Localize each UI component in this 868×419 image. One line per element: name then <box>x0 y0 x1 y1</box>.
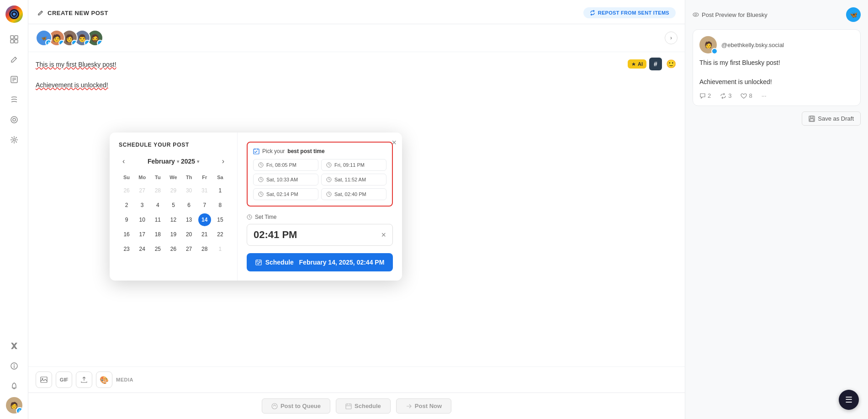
sidebar-item-twitter[interactable] <box>5 337 23 355</box>
svg-point-12 <box>13 139 15 141</box>
calendar-next-button[interactable]: › <box>218 155 228 167</box>
time-slot-3[interactable]: Sat, 11:52 AM <box>321 174 386 186</box>
schedule-label: Schedule <box>355 403 381 409</box>
cal-day-18[interactable]: 18 <box>151 228 164 241</box>
cal-day-19[interactable]: 19 <box>167 228 180 241</box>
repost-btn-label: REPOST FROM SENT ITEMS <box>598 10 669 16</box>
sidebar-item-posts[interactable] <box>5 70 23 89</box>
cal-day-28[interactable]: 28 <box>198 243 211 255</box>
sidebar-item-notifications[interactable] <box>5 377 23 395</box>
cal-day-10[interactable]: 10 <box>136 213 148 226</box>
cal-day-16[interactable]: 16 <box>120 228 133 241</box>
save-draft-button[interactable]: Save as Draft <box>802 111 861 126</box>
cal-day-2[interactable]: 2 <box>120 199 133 212</box>
notifications-icon <box>10 382 18 390</box>
time-slot-2[interactable]: Sat, 10:33 AM <box>253 174 318 186</box>
accounts-expand-button[interactable]: › <box>665 32 677 44</box>
user-avatar[interactable]: 🧑 4 <box>6 397 22 414</box>
modal-close-button[interactable]: × <box>392 138 397 148</box>
account-avatar-1[interactable]: 🦋 4 <box>36 30 52 46</box>
cal-day-30p[interactable]: 30 <box>183 184 196 197</box>
hashtag-button[interactable]: # <box>649 58 662 70</box>
cal-day-26[interactable]: 26 <box>167 243 180 255</box>
sidebar-item-preview[interactable] <box>5 111 23 129</box>
cal-day-21[interactable]: 21 <box>198 228 211 241</box>
cal-day-9[interactable]: 9 <box>120 213 133 226</box>
cal-day-6[interactable]: 6 <box>183 199 196 212</box>
calendar-year: 2025 <box>181 158 195 165</box>
cal-day-13[interactable]: 13 <box>183 213 196 226</box>
color-button[interactable]: 🎨 <box>96 371 112 388</box>
cal-day-23[interactable]: 23 <box>120 243 133 255</box>
cal-day-28p[interactable]: 28 <box>151 184 164 197</box>
calendar-prev-button[interactable]: ‹ <box>119 155 128 167</box>
cal-day-1n[interactable]: 1 <box>214 243 227 255</box>
calendar-month: February <box>148 158 175 165</box>
cal-day-20[interactable]: 20 <box>183 228 196 241</box>
bluesky-icon-button[interactable]: 🦋 <box>846 7 861 22</box>
emoji-button[interactable]: 🙂 <box>665 58 677 70</box>
preview-text-line2: Achievement is unlocked! <box>699 77 854 87</box>
app-logo[interactable] <box>5 5 23 23</box>
cal-day-3[interactable]: 3 <box>136 199 148 212</box>
cal-day-1[interactable]: 1 <box>214 184 227 197</box>
cal-day-7[interactable]: 7 <box>198 199 211 212</box>
save-draft-label: Save as Draft <box>818 115 854 122</box>
cal-day-27p[interactable]: 27 <box>136 184 148 197</box>
schedule-modal-title: SCHEDULE YOUR POST <box>119 142 228 148</box>
cal-day-31p[interactable]: 31 <box>198 184 211 197</box>
preview-reposts[interactable]: 3 <box>720 92 731 99</box>
cal-day-17[interactable]: 17 <box>136 228 148 241</box>
schedule-modal: SCHEDULE YOUR POST ‹ February ▾ 2025 ▾ ›… <box>110 133 402 281</box>
cal-day-15[interactable]: 15 <box>214 213 227 226</box>
cal-day-12[interactable]: 12 <box>167 213 180 226</box>
svg-point-1 <box>13 13 16 16</box>
svg-point-18 <box>42 378 43 380</box>
preview-title: Post Preview for Bluesky <box>693 11 767 18</box>
time-input-row[interactable]: 02:41 PM × <box>247 224 393 246</box>
cal-day-26p[interactable]: 26 <box>120 184 133 197</box>
preview-comments[interactable]: 2 <box>699 92 711 99</box>
sidebar-item-settings[interactable] <box>5 131 23 149</box>
post-to-queue-button[interactable]: Post to Queue <box>262 398 330 414</box>
time-slot-5[interactable]: Sat, 02:40 PM <box>321 188 386 200</box>
time-slot-0[interactable]: Fri, 08:05 PM <box>253 159 318 171</box>
ai-button[interactable]: AI <box>628 59 646 69</box>
cal-day-27[interactable]: 27 <box>183 243 196 255</box>
svg-point-19 <box>272 403 277 409</box>
cal-day-14-today[interactable]: 14 <box>198 213 211 226</box>
best-times-panel: Pick your best post time Fri, 08:05 PM <box>247 142 393 207</box>
cal-day-8[interactable]: 8 <box>214 199 227 212</box>
clock-icon-3 <box>326 177 332 182</box>
cal-day-22[interactable]: 22 <box>214 228 227 241</box>
schedule-button[interactable]: Schedule <box>336 398 391 414</box>
cal-day-11[interactable]: 11 <box>151 213 164 226</box>
time-slot-4[interactable]: Sat, 02:14 PM <box>253 188 318 200</box>
time-clear-button[interactable]: × <box>381 230 386 240</box>
upload-button[interactable] <box>76 371 92 388</box>
sidebar-item-compose[interactable] <box>5 50 23 69</box>
sidebar-item-dashboard[interactable] <box>5 30 23 48</box>
cal-day-24[interactable]: 24 <box>136 243 148 255</box>
dashboard-icon <box>10 35 18 43</box>
compose-text[interactable]: This is my first Bluesky post! Achieveme… <box>36 59 677 90</box>
schedule-confirm-button[interactable]: Schedule February 14, 2025, 02:44 PM <box>247 253 393 271</box>
time-slot-2-label: Sat, 10:33 AM <box>266 177 298 182</box>
time-slot-1[interactable]: Fri, 09:11 PM <box>321 159 386 171</box>
help-button[interactable]: ☰ <box>839 390 859 410</box>
cal-day-29p[interactable]: 29 <box>167 184 180 197</box>
repost-button[interactable]: REPOST FROM SENT ITEMS <box>583 7 676 18</box>
posts-icon <box>10 75 18 84</box>
cal-day-4[interactable]: 4 <box>151 199 164 212</box>
sidebar-item-feeds[interactable] <box>5 90 23 109</box>
time-value: 02:41 PM <box>254 229 297 241</box>
sidebar-item-info[interactable] <box>5 357 23 375</box>
clock-icon-1 <box>326 162 332 168</box>
post-now-button[interactable]: Post Now <box>396 398 451 414</box>
gif-button[interactable]: GIF <box>56 371 72 388</box>
image-button[interactable] <box>36 371 52 388</box>
cal-day-5[interactable]: 5 <box>167 199 180 212</box>
preview-likes[interactable]: 8 <box>741 92 752 99</box>
preview-more[interactable]: ··· <box>762 92 767 99</box>
cal-day-25[interactable]: 25 <box>151 243 164 255</box>
